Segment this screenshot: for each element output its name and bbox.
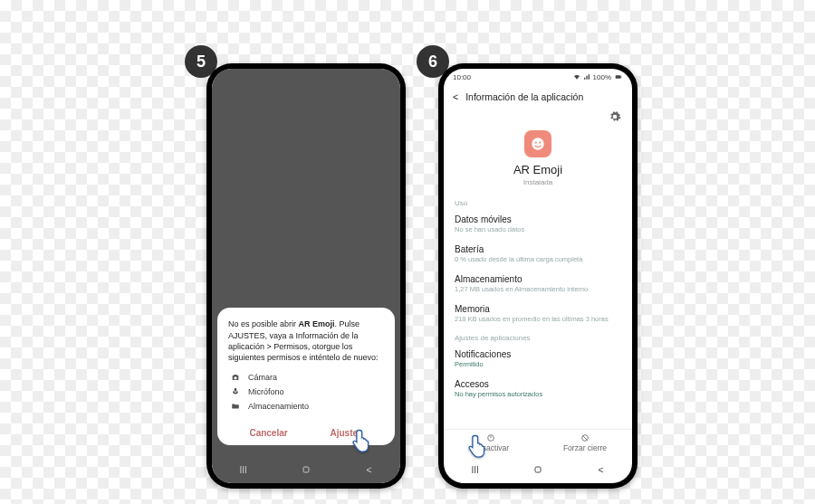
perm-row-camera: Cámara	[228, 370, 384, 385]
dialog-msg-app: AR Emoji	[299, 319, 335, 328]
wifi-icon	[573, 73, 580, 81]
nav-home-button[interactable]	[530, 461, 546, 478]
row-sub: Permitido	[455, 360, 621, 368]
row-sub: 218 KB usados en promedio en las últimas…	[455, 315, 621, 323]
status-bar: 10:00 100%	[444, 69, 632, 85]
svg-point-5	[535, 141, 537, 143]
dialog-actions: Cancelar Ajustes	[228, 423, 384, 440]
row-title: Notificaciones	[455, 349, 621, 359]
nav-recents-button[interactable]: III	[467, 461, 484, 478]
nav-back-button[interactable]: <	[360, 461, 377, 478]
row-sub: No hay permisos autorizados	[455, 390, 621, 398]
perm-label-camera: Cámara	[248, 373, 277, 382]
cancel-button[interactable]: Cancelar	[249, 428, 287, 438]
nav-home-button[interactable]	[298, 461, 314, 478]
permission-dialog: No es posible abrir AR Emoji. Pulse AJUS…	[217, 308, 395, 445]
app-state-label: Instalada	[444, 178, 632, 186]
app-info-header: < Información de la aplicación	[444, 85, 632, 109]
svg-point-6	[539, 141, 541, 143]
row-title: Accesos	[455, 379, 621, 389]
android-navbar: III <	[212, 456, 400, 483]
perm-row-mic: Micrófono	[228, 385, 384, 399]
disable-button[interactable]: Desactivar	[444, 430, 538, 456]
header-actions	[444, 109, 632, 127]
phone-step-6: 10:00 100% < Información de la aplicació…	[438, 63, 638, 489]
row-mobile-data[interactable]: Datos móviles No se han usado datos	[444, 209, 632, 239]
perm-row-storage: Almacenamiento	[228, 399, 384, 414]
phone-step-5: No es posible abrir AR Emoji. Pulse AJUS…	[206, 63, 406, 489]
disable-label: Desactivar	[473, 443, 509, 452]
row-sub: 1,27 MB usados en Almacenamiento interno	[455, 285, 621, 293]
dialog-message: No es posible abrir AR Emoji. Pulse AJUS…	[228, 319, 384, 363]
svg-rect-1	[616, 75, 621, 78]
force-stop-button[interactable]: Forzar cierre	[538, 430, 632, 456]
row-notifications[interactable]: Notificaciones Permitido	[444, 344, 632, 374]
mic-icon	[230, 387, 241, 396]
page-title: Información de la aplicación	[465, 91, 623, 102]
section-uso: Uso	[444, 194, 632, 209]
row-memory[interactable]: Memoria 218 KB usados en promedio en las…	[444, 299, 632, 328]
battery-icon	[614, 73, 623, 81]
app-block: AR Emoji Instalada	[444, 127, 632, 194]
row-title: Memoria	[455, 304, 621, 314]
row-sub: No se han usado datos	[455, 225, 621, 233]
svg-rect-9	[535, 467, 541, 472]
perm-label-storage: Almacenamiento	[248, 402, 309, 411]
status-time: 10:00	[453, 73, 471, 81]
stop-icon	[580, 433, 590, 442]
svg-rect-2	[621, 76, 622, 77]
row-permissions[interactable]: Accesos No hay permisos autorizados	[444, 374, 632, 404]
row-title: Batería	[455, 244, 621, 254]
svg-point-3	[532, 138, 544, 150]
gear-icon[interactable]	[609, 110, 621, 127]
screen-step-5: No es posible abrir AR Emoji. Pulse AJUS…	[212, 69, 400, 483]
folder-icon	[230, 402, 241, 411]
bottom-actions: Desactivar Forzar cierre	[444, 429, 632, 456]
camera-icon	[230, 373, 241, 382]
nav-recents-button[interactable]: III	[235, 461, 252, 478]
nav-back-button[interactable]: <	[592, 461, 609, 478]
section-ajustes: Ajustes de aplicaciones	[444, 328, 632, 344]
status-battery: 100%	[593, 73, 611, 81]
power-icon	[486, 433, 495, 442]
row-battery[interactable]: Batería 0 % usado desde la última carga …	[444, 239, 632, 269]
svg-rect-0	[303, 467, 309, 472]
settings-button[interactable]: Ajustes	[330, 428, 362, 438]
force-stop-label: Forzar cierre	[563, 443, 607, 452]
row-sub: 0 % usado desde la última carga completa	[455, 255, 621, 263]
row-title: Almacenamiento	[455, 274, 621, 284]
row-title: Datos móviles	[455, 214, 621, 224]
screen-step-6: 10:00 100% < Información de la aplicació…	[444, 69, 632, 483]
row-storage[interactable]: Almacenamiento 1,27 MB usados en Almacen…	[444, 269, 632, 299]
dialog-msg-prefix: No es posible abrir	[228, 319, 299, 328]
android-navbar: III <	[444, 456, 632, 483]
back-icon[interactable]: <	[453, 91, 458, 102]
ar-emoji-app-icon	[524, 130, 551, 157]
signal-icon	[583, 73, 590, 81]
app-name-label: AR Emoji	[444, 163, 632, 176]
perm-label-mic: Micrófono	[248, 387, 284, 396]
